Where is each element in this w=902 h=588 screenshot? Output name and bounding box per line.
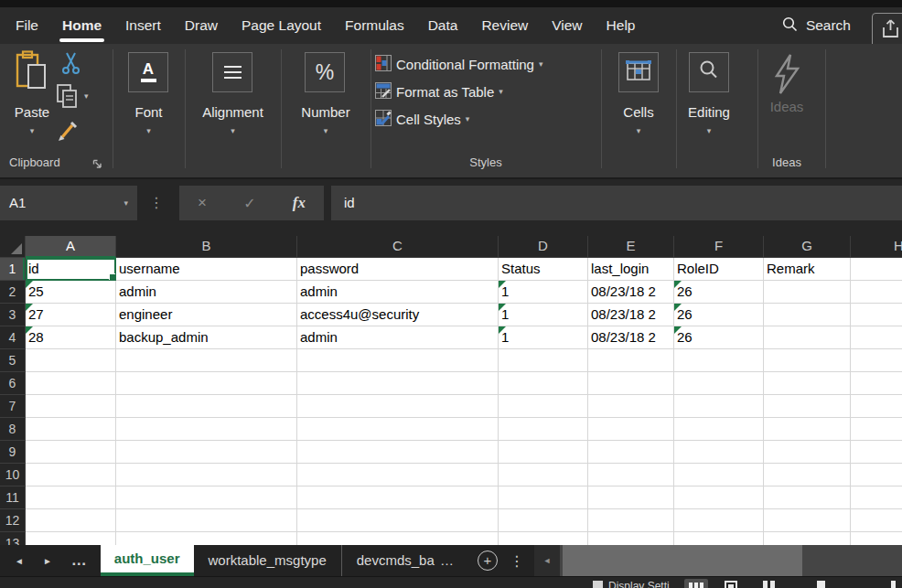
cell-G5[interactable] <box>764 349 851 372</box>
menu-item-insert[interactable]: Insert <box>125 17 161 34</box>
cell-H2[interactable] <box>851 281 902 304</box>
cell-A8[interactable] <box>26 418 116 441</box>
cell-B9[interactable] <box>116 441 297 464</box>
row-header-5[interactable]: 5 <box>0 349 26 372</box>
cut-button[interactable] <box>60 51 82 79</box>
cell-C2[interactable]: admin <box>297 281 499 304</box>
font-group-button[interactable]: A <box>128 52 168 92</box>
menu-item-view[interactable]: View <box>552 17 582 34</box>
cell-A7[interactable] <box>26 395 116 418</box>
cell-D7[interactable] <box>499 395 588 418</box>
cell-B4[interactable]: backup_admin <box>116 326 297 349</box>
zoom-slider-handle[interactable] <box>817 581 825 588</box>
row-header-2[interactable]: 2 <box>0 281 26 304</box>
cell-E13[interactable] <box>588 532 674 545</box>
cell-C12[interactable] <box>297 509 499 532</box>
cell-B5[interactable] <box>116 349 297 372</box>
row-header-12[interactable]: 12 <box>0 509 26 532</box>
next-sheet-icon[interactable]: ► <box>43 556 52 566</box>
formula-input[interactable]: id <box>331 186 902 220</box>
share-button[interactable] <box>872 13 902 48</box>
menu-item-home[interactable]: Home <box>62 17 102 34</box>
cell-F8[interactable] <box>674 418 764 441</box>
name-box-caret[interactable]: ▾ <box>123 186 128 220</box>
editing-dropdown-caret[interactable]: ▾ <box>671 126 747 135</box>
column-header-H[interactable]: H <box>851 236 902 258</box>
row-header-6[interactable]: 6 <box>0 372 26 395</box>
cell-C13[interactable] <box>297 532 499 545</box>
cell-C10[interactable] <box>297 464 499 486</box>
cell-D10[interactable] <box>499 464 588 486</box>
row-header-4[interactable]: 4 <box>0 326 26 349</box>
normal-view-icon[interactable] <box>684 579 708 588</box>
cell-A2[interactable]: 25 <box>26 281 116 304</box>
cell-C6[interactable] <box>297 372 499 395</box>
cell-A5[interactable] <box>26 349 116 372</box>
cell-C9[interactable] <box>297 441 499 464</box>
cell-B3[interactable]: engineer <box>116 304 297 326</box>
cell-E6[interactable] <box>588 372 674 395</box>
cell-G7[interactable] <box>764 395 851 418</box>
cell-C3[interactable]: access4u@security <box>297 304 499 326</box>
sheet-tab-devcmds[interactable]: devcmds_ba … <box>341 545 468 576</box>
select-all-corner[interactable] <box>0 236 26 258</box>
paste-dropdown-caret[interactable]: ▾ <box>7 126 57 135</box>
cell-H6[interactable] <box>851 372 902 395</box>
cell-F9[interactable] <box>674 441 764 464</box>
insert-function-icon[interactable]: fx <box>293 194 306 212</box>
cell-G10[interactable] <box>764 464 851 486</box>
cell-G9[interactable] <box>764 441 851 464</box>
column-header-F[interactable]: F <box>674 236 764 258</box>
cell-B6[interactable] <box>116 372 297 395</box>
cell-F2[interactable]: 26 <box>674 281 764 304</box>
copy-button[interactable] <box>57 84 79 112</box>
prev-sheet-icon[interactable]: ◄ <box>15 556 24 566</box>
cell-B11[interactable] <box>116 486 297 509</box>
cells-group-button[interactable] <box>618 52 659 92</box>
cell-C8[interactable] <box>297 418 499 441</box>
cell-D4[interactable]: 1 <box>499 326 588 349</box>
cell-H4[interactable] <box>851 326 902 349</box>
cell-B12[interactable] <box>116 509 297 532</box>
menu-item-formulas[interactable]: Formulas <box>345 17 404 34</box>
cell-B7[interactable] <box>116 395 297 418</box>
row-header-1[interactable]: 1 <box>0 258 26 281</box>
tab-bar-kebab-icon[interactable]: ⋮ <box>510 552 524 570</box>
cell-D5[interactable] <box>499 349 588 372</box>
menu-item-draw[interactable]: Draw <box>185 17 218 34</box>
column-header-G[interactable]: G <box>764 236 851 258</box>
cell-E4[interactable]: 08/23/18 2 <box>588 326 674 349</box>
cell-H7[interactable] <box>851 395 902 418</box>
sheet-overflow-icon[interactable]: … <box>71 556 88 565</box>
cell-D1[interactable]: Status <box>499 258 588 281</box>
cell-C5[interactable] <box>297 349 499 372</box>
cell-F3[interactable]: 26 <box>674 304 764 326</box>
cell-H10[interactable] <box>851 464 902 486</box>
cell-H12[interactable] <box>851 509 902 532</box>
cell-D12[interactable] <box>499 509 588 532</box>
zoom-control-mark[interactable] <box>891 581 896 588</box>
enter-icon[interactable]: ✓ <box>243 195 255 212</box>
sheet-tab-auth-user[interactable]: auth_user <box>101 545 194 576</box>
cell-F13[interactable] <box>674 532 764 545</box>
scroll-left-icon[interactable]: ◄ <box>534 545 560 576</box>
cell-G2[interactable] <box>764 281 851 304</box>
row-header-3[interactable]: 3 <box>0 304 26 326</box>
cell-D11[interactable] <box>499 486 588 509</box>
cell-G11[interactable] <box>764 486 851 509</box>
name-box[interactable]: A1 ▾ <box>0 186 137 220</box>
formula-bar-kebab-icon[interactable]: ⋮ <box>149 186 164 220</box>
cell-G13[interactable] <box>764 532 851 545</box>
cell-E12[interactable] <box>588 509 674 532</box>
cell-F11[interactable] <box>674 486 764 509</box>
cell-H13[interactable] <box>851 532 902 545</box>
row-header-10[interactable]: 10 <box>0 464 26 486</box>
cell-F1[interactable]: RoleID <box>674 258 764 281</box>
cell-G1[interactable]: Remark <box>764 258 851 281</box>
number-dropdown-caret[interactable]: ▾ <box>281 126 370 135</box>
format-as-table-button[interactable]: Format as Table ▾ <box>375 82 503 101</box>
cell-H3[interactable] <box>851 304 902 326</box>
cell-E8[interactable] <box>588 418 674 441</box>
format-painter-button[interactable] <box>57 119 81 144</box>
cells-dropdown-caret[interactable]: ▾ <box>601 126 676 135</box>
